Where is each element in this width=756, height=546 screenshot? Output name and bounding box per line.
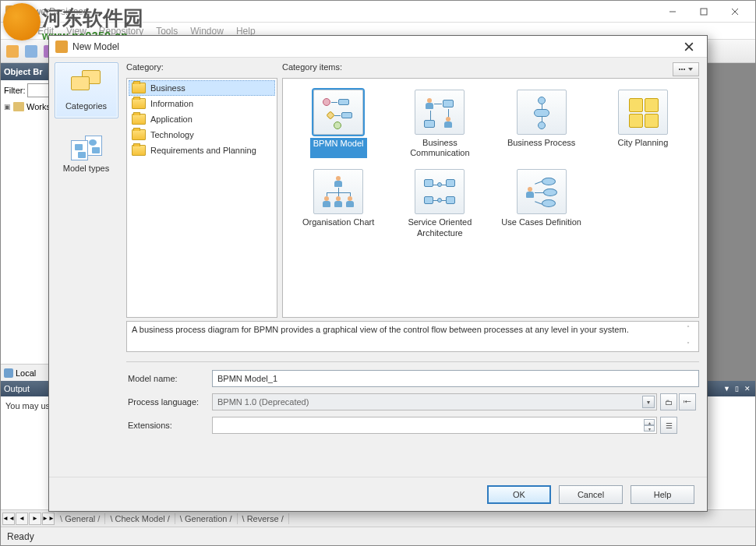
item-use-cases[interactable]: Use Cases Definition xyxy=(493,167,591,239)
category-item-information[interactable]: Information xyxy=(129,96,275,111)
maximize-button[interactable] xyxy=(688,2,719,21)
browse-folder-button[interactable]: 🗀 xyxy=(660,393,677,410)
description-text: A business process diagram for BPMN prov… xyxy=(132,325,683,348)
item-soa[interactable]: Service Oriented Architecture xyxy=(390,167,489,239)
tab-nav-next[interactable]: ► xyxy=(29,513,41,525)
collapse-icon: ▣ xyxy=(4,103,11,111)
dialog-title: New Model xyxy=(72,41,677,52)
chevron-down-icon: ▾ xyxy=(642,396,655,408)
category-label: Category: xyxy=(126,62,282,75)
tab-nav-last[interactable]: ►► xyxy=(42,513,55,525)
category-list: Business Information Application Technol… xyxy=(126,78,277,318)
arrow-icon: ⭰ xyxy=(684,398,691,407)
main-title-bar: PowerDesigner xyxy=(1,1,755,23)
item-bpmn-model[interactable]: BPMN Model xyxy=(289,88,387,160)
item-business-communication[interactable]: Business Communication xyxy=(390,88,489,160)
minimize-button[interactable] xyxy=(657,2,688,21)
city-icon xyxy=(618,90,668,135)
view-mode-model-types[interactable]: Model types xyxy=(55,126,118,182)
ok-button[interactable]: OK xyxy=(487,485,551,504)
model-name-input[interactable] xyxy=(212,370,699,387)
org-icon xyxy=(313,169,363,214)
filter-label: Filter: xyxy=(4,86,26,95)
divider xyxy=(126,361,699,362)
category-item-technology[interactable]: Technology xyxy=(129,127,275,143)
bottom-tab-bar: ◄◄ ◄ ► ►► \ General / \ Check Model / \ … xyxy=(1,509,755,527)
toolbar-button[interactable] xyxy=(4,43,21,60)
status-bar: Ready xyxy=(1,527,755,545)
app-icon xyxy=(5,5,18,18)
folder-icon xyxy=(132,129,146,140)
category-item-application[interactable]: Application xyxy=(129,111,275,127)
category-item-business[interactable]: Business xyxy=(129,80,275,96)
extensions-input[interactable]: ▴▾ xyxy=(212,417,657,434)
soa-icon xyxy=(415,169,465,214)
extensions-spinner[interactable]: ▴▾ xyxy=(644,419,655,432)
workspace-label: Works xyxy=(26,102,51,111)
svg-rect-1 xyxy=(701,9,707,15)
edit-resource-button[interactable]: ⭰ xyxy=(679,393,696,410)
category-items-panel: BPMN Model xyxy=(282,78,699,318)
description-box: A business process diagram for BPMN prov… xyxy=(126,321,699,352)
category-item-requirements[interactable]: Requirements and Planning xyxy=(129,143,275,158)
extensions-browse-button[interactable]: ☰ xyxy=(660,417,677,434)
usecase-icon xyxy=(517,169,567,214)
process-language-combo[interactable]: BPMN 1.0 (Deprecated) ▾ xyxy=(212,393,657,410)
folder-icon: 🗀 xyxy=(665,398,673,407)
process-icon xyxy=(517,90,567,135)
tab-check-model[interactable]: \ Check Model / xyxy=(105,513,175,524)
help-button[interactable]: Help xyxy=(631,485,694,504)
dialog-icon xyxy=(55,41,68,53)
close-button[interactable] xyxy=(719,2,751,21)
comm-icon xyxy=(415,90,465,135)
tab-general[interactable]: \ General / xyxy=(55,513,105,524)
folder-icon xyxy=(132,98,146,109)
tab-generation[interactable]: \ Generation / xyxy=(175,513,238,524)
tab-reverse[interactable]: \ Reverse / xyxy=(238,513,289,524)
list-icon: ☰ xyxy=(666,421,673,430)
tab-nav-prev[interactable]: ◄ xyxy=(16,513,28,525)
process-language-label: Process language: xyxy=(126,397,212,407)
view-toggle-button[interactable] xyxy=(673,62,699,76)
item-organisation-chart[interactable]: Organisation Chart xyxy=(289,167,387,239)
toolbar-button[interactable] xyxy=(23,43,40,60)
status-text: Ready xyxy=(7,531,34,542)
view-mode-categories[interactable]: Categories xyxy=(55,62,118,118)
dialog-title-bar[interactable]: New Model xyxy=(49,36,707,58)
panel-controls[interactable]: ▼ ▯ ✕ xyxy=(723,385,752,393)
model-form: Model name: Process language: BPMN 1.0 (… xyxy=(126,370,699,434)
description-scroll[interactable]: ˄˅ xyxy=(683,325,694,348)
dialog-close-button[interactable] xyxy=(677,39,701,55)
menu-file[interactable]: File xyxy=(4,24,31,38)
folder-icon xyxy=(132,114,146,125)
cancel-button[interactable]: Cancel xyxy=(559,485,623,504)
folder-icon xyxy=(13,102,24,111)
bpmn-icon xyxy=(313,90,363,135)
items-label: Category items: xyxy=(282,62,673,75)
dialog-button-row: OK Cancel Help xyxy=(49,477,707,511)
tab-nav-first[interactable]: ◄◄ xyxy=(2,513,15,525)
folder-icon xyxy=(132,83,146,93)
item-city-planning[interactable]: City Planning xyxy=(594,88,692,160)
local-icon xyxy=(4,368,13,378)
app-title: PowerDesigner xyxy=(23,6,657,17)
new-model-dialog: New Model Categories Model types Categor… xyxy=(48,35,708,512)
model-name-label: Model name: xyxy=(126,374,212,383)
item-business-process[interactable]: Business Process xyxy=(493,88,591,160)
extensions-label: Extensions: xyxy=(126,421,212,430)
output-message: You may use xyxy=(5,401,55,410)
view-mode-bar: Categories Model types xyxy=(49,58,123,477)
folder-icon xyxy=(132,145,146,156)
